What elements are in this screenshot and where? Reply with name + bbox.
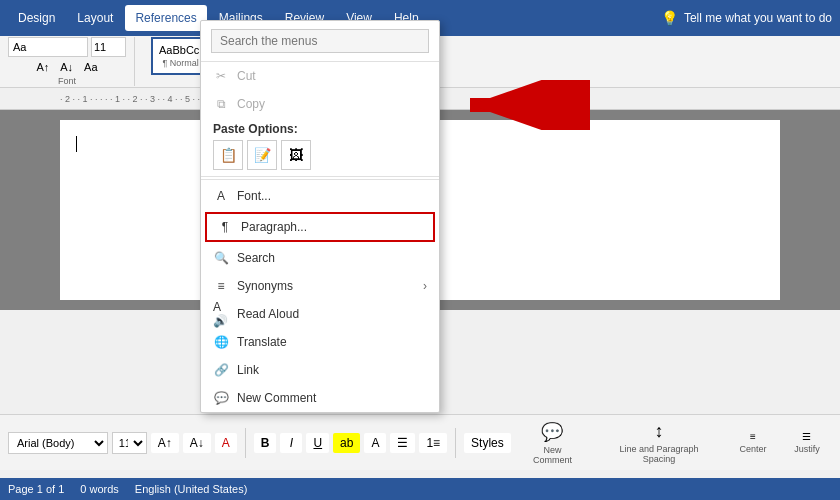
translate-icon: 🌐: [213, 334, 229, 350]
context-synonyms[interactable]: ≡ Synonyms ›: [201, 272, 439, 300]
font-color-button[interactable]: A: [215, 433, 237, 453]
paste-keep-source-button[interactable]: 📋: [213, 140, 243, 170]
context-menu: ✂ Cut ⧉ Copy Paste Options: 📋 📝 🖼 A Font…: [200, 20, 440, 413]
font-color-a-button[interactable]: A: [364, 433, 386, 453]
separator-1: [201, 179, 439, 180]
context-read-aloud[interactable]: A🔊 Read Aloud: [201, 300, 439, 328]
status-bar: Page 1 of 1 0 words English (United Stat…: [0, 478, 840, 500]
synonyms-icon: ≡: [213, 278, 229, 294]
shrink-font-button[interactable]: A↓: [56, 59, 77, 75]
context-new-comment[interactable]: 💬 New Comment: [201, 384, 439, 412]
language: English (United States): [135, 483, 248, 495]
cut-icon: ✂: [213, 68, 229, 84]
highlight-button[interactable]: ab: [333, 433, 360, 453]
context-search-item[interactable]: 🔍 Search: [201, 244, 439, 272]
paste-options-section: Paste Options: 📋 📝 🖼: [201, 118, 439, 177]
font-icon: A: [213, 188, 229, 204]
line-spacing-button[interactable]: ↕ Line and Paragraph Spacing: [594, 417, 724, 468]
bottom-font-select[interactable]: Arial (Body): [8, 432, 108, 454]
context-cut[interactable]: ✂ Cut: [201, 62, 439, 90]
grow-font-button[interactable]: A↑: [32, 59, 53, 75]
paste-text-only-button[interactable]: 🖼: [281, 140, 311, 170]
justify-button[interactable]: ☰ Justify: [782, 427, 832, 458]
new-comment-icon: 💬: [541, 421, 563, 443]
paste-icons-row: 📋 📝 🖼: [213, 140, 427, 170]
center-button[interactable]: ≡ Center: [728, 427, 778, 458]
copy-icon: ⧉: [213, 96, 229, 112]
context-paragraph[interactable]: ¶ Paragraph...: [205, 212, 435, 242]
bottom-size-select[interactable]: 11: [112, 432, 147, 454]
context-link[interactable]: 🔗 Link: [201, 356, 439, 384]
separator-2: [245, 428, 246, 458]
link-icon: 🔗: [213, 362, 229, 378]
bullets-button[interactable]: ☰: [390, 433, 415, 453]
justify-icon: ☰: [802, 431, 811, 442]
decrease-font-bottom[interactable]: A↓: [183, 433, 211, 453]
font-section-label: Font: [58, 76, 76, 86]
paste-options-label: Paste Options:: [213, 122, 427, 136]
bold-button[interactable]: B: [254, 433, 277, 453]
search-icon: 🔍: [213, 250, 229, 266]
menu-references[interactable]: References: [125, 5, 206, 31]
synonyms-arrow: ›: [423, 279, 427, 293]
underline-button[interactable]: U: [306, 433, 329, 453]
word-count: 0 words: [80, 483, 119, 495]
change-case-button[interactable]: Aa: [80, 59, 101, 75]
paragraph-icon: ¶: [217, 219, 233, 235]
context-translate[interactable]: 🌐 Translate: [201, 328, 439, 356]
bottom-toolbar: Arial (Body) 11 A↑ A↓ A B I U ab A ☰ 1≡ …: [0, 414, 840, 470]
increase-font-bottom[interactable]: A↑: [151, 433, 179, 453]
line-spacing-icon: ↕: [655, 421, 664, 442]
context-font[interactable]: A Font...: [201, 182, 439, 210]
comment-icon: 💬: [213, 390, 229, 406]
menu-design[interactable]: Design: [8, 5, 65, 31]
italic-button[interactable]: I: [280, 433, 302, 453]
font-section: A↑ A↓ Aa Font: [8, 37, 135, 86]
font-name-input[interactable]: [8, 37, 88, 57]
red-arrow-annotation: [450, 80, 590, 133]
separator-3: [455, 428, 456, 458]
lightbulb-icon: 💡: [661, 10, 678, 26]
paste-merge-button[interactable]: 📝: [247, 140, 277, 170]
page-indicator: Page 1 of 1: [8, 483, 64, 495]
new-comment-button[interactable]: 💬 New Comment: [515, 417, 590, 469]
center-icon: ≡: [750, 431, 756, 442]
menu-layout[interactable]: Layout: [67, 5, 123, 31]
context-copy[interactable]: ⧉ Copy: [201, 90, 439, 118]
font-size-input[interactable]: [91, 37, 126, 57]
context-menu-search-area: [201, 21, 439, 62]
numbering-button[interactable]: 1≡: [419, 433, 447, 453]
styles-bottom-button[interactable]: Styles: [464, 433, 511, 453]
tell-me-bar[interactable]: 💡 Tell me what you want to do: [661, 10, 832, 26]
text-cursor: [76, 136, 77, 152]
context-search-input[interactable]: [211, 29, 429, 53]
read-aloud-icon: A🔊: [213, 306, 229, 322]
